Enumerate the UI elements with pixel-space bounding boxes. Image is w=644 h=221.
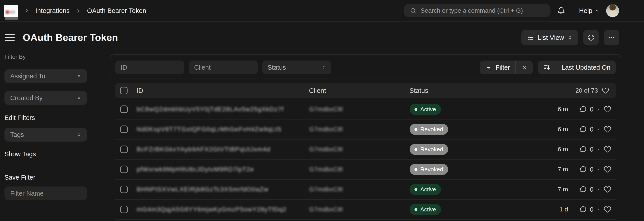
list-panel: Status Filter (110, 54, 621, 221)
more-actions-button[interactable] (604, 30, 619, 46)
up-down-carets-icon (77, 74, 81, 79)
search-input[interactable] (420, 7, 545, 14)
comment-icon[interactable] (579, 106, 587, 113)
comment-icon[interactable] (579, 146, 587, 153)
row-checkbox[interactable] (120, 186, 128, 193)
user-avatar[interactable] (606, 4, 619, 17)
notifications-button[interactable] (557, 7, 565, 15)
dot-separator (598, 129, 599, 130)
edit-filters-link[interactable]: Edit Filters (4, 114, 87, 122)
status-badge: Revoked (410, 144, 552, 155)
list-header-row: ID Client Status 20 of 73 (115, 83, 616, 98)
global-search[interactable] (404, 4, 550, 17)
row-id-link[interactable]: BHNPtSXVwLXEIRjb8GzTc3XSmrfdO0aZw (137, 186, 309, 193)
status-label: Active (420, 186, 436, 193)
comment-icon[interactable] (579, 126, 587, 133)
heart-icon[interactable] (604, 186, 611, 193)
id-filter-input[interactable] (115, 60, 184, 74)
status-badge: Revoked (410, 164, 552, 175)
refresh-button[interactable] (583, 30, 599, 46)
column-header-id: ID (136, 87, 309, 94)
row-checkbox[interactable] (120, 206, 128, 213)
select-all-checkbox[interactable] (120, 87, 128, 94)
row-client: G7mdbxC8l (309, 186, 410, 193)
up-down-carets-icon (568, 35, 572, 40)
heart-icon[interactable] (604, 126, 611, 133)
row-id-link[interactable]: Nd0KxpV8T7TGxtQFG0qLrMhGeFvH4Zw9qLtS (137, 126, 309, 133)
page-title: OAuth Bearer Token (23, 32, 118, 43)
row-checkbox[interactable] (120, 166, 128, 173)
last-updated-time: 6 m (552, 106, 568, 113)
filter-button[interactable]: Filter (480, 60, 515, 74)
status-badge: Active (410, 104, 552, 115)
last-updated-time: 7 m (552, 186, 568, 193)
status-label: Active (420, 206, 436, 213)
last-updated-time: 7 m (552, 166, 568, 173)
client-filter-input[interactable] (189, 60, 258, 74)
filter-button-group: Filter (480, 60, 532, 74)
comment-icon[interactable] (579, 166, 587, 173)
created-by-dropdown[interactable]: Created By (4, 91, 87, 105)
breadcrumb-integrations[interactable]: Integrations (36, 7, 70, 14)
tags-dropdown[interactable]: Tags (4, 128, 87, 142)
comment-icon[interactable] (579, 186, 587, 193)
clear-filter-button[interactable] (516, 60, 533, 74)
status-dot-icon (414, 168, 418, 171)
sort-field-button[interactable]: Last Updated On (556, 60, 616, 74)
sort-button-group: Last Updated On (538, 60, 616, 74)
heart-icon[interactable] (604, 166, 611, 173)
comment-icon[interactable] (579, 206, 587, 213)
ellipsis-icon (608, 34, 615, 42)
table-row[interactable]: BcFZrBKGkxYAyb9AFX2GtVTtBPqUtJxm4d G7mdb… (115, 140, 616, 160)
row-id-link[interactable]: pfWxrwk9MpH9U8cJDytvM9RD7lpT2e (137, 166, 309, 173)
table-row[interactable]: bC8wQ2dmkhbUyV5Y0jTdE28LAv5w25gXkDz7f G7… (115, 100, 616, 120)
tags-label: Tags (10, 131, 24, 138)
table-row[interactable]: BHNPtSXVwLXEIRjb8GzTc3XSmrfdO0aZw G7mdbx… (115, 180, 616, 200)
logo-base (5, 17, 18, 20)
chevron-right-icon (76, 8, 81, 14)
row-checkbox[interactable] (120, 106, 128, 113)
row-id-link[interactable]: BcFZrBKGkxYAyb9AFX2GtVTtBPqUtJxm4d (137, 146, 309, 153)
row-checkbox[interactable] (120, 126, 128, 133)
dot-separator (598, 209, 599, 210)
status-dot-icon (414, 208, 418, 211)
heart-icon[interactable] (602, 87, 609, 94)
sort-field-label: Last Updated On (562, 64, 610, 71)
dot-separator (598, 189, 599, 190)
table-row[interactable]: mG4m3QqjA5G8YY6mjwKyGmzP5owY28yTfDq2 G7m… (115, 200, 616, 220)
column-header-status: Status (409, 87, 576, 94)
status-dot-icon (414, 108, 418, 111)
status-filter-select[interactable]: Status (262, 60, 331, 74)
logo-mark-blurred (6, 10, 15, 14)
list-rows: bC8wQ2dmkhbUyV5Y0jTdE28LAv5w25gXkDz7f G7… (110, 100, 621, 220)
sort-direction-button[interactable] (538, 60, 556, 74)
status-badge: Active (410, 204, 552, 215)
row-id-link[interactable]: bC8wQ2dmkhbUyV5Y0jTdE28LAv5w25gXkDz7f (137, 106, 309, 113)
status-dot-icon (414, 148, 418, 151)
last-updated-time: 1 d (552, 206, 568, 213)
sort-descending-icon (544, 64, 550, 71)
heart-icon[interactable] (604, 206, 611, 213)
dot-separator (598, 149, 599, 150)
heart-icon[interactable] (604, 106, 611, 113)
view-switcher-button[interactable]: List View (521, 30, 578, 46)
show-tags-link[interactable]: Show Tags (4, 150, 87, 158)
table-row[interactable]: pfWxrwk9MpH9U8cJDytvM9RD7lpT2e G7mdbxC8l… (115, 160, 616, 180)
table-row[interactable]: Nd0KxpV8T7TGxtQFG0qLrMhGeFvH4Zw9qLtS G7m… (115, 120, 616, 140)
filter-name-input[interactable] (4, 186, 87, 200)
app-logo[interactable] (4, 2, 18, 19)
up-down-carets-icon (322, 65, 326, 70)
breadcrumb-oauth-bearer-token[interactable]: OAuth Bearer Token (87, 7, 146, 14)
heart-icon[interactable] (604, 146, 611, 153)
navbar: Integrations OAuth Bearer Token Help (0, 0, 644, 22)
sidebar-toggle-button[interactable] (5, 34, 15, 41)
assigned-to-label: Assigned To (10, 72, 45, 80)
row-meta: 7 m 0 (552, 186, 612, 193)
breadcrumb: Integrations OAuth Bearer Token (4, 2, 146, 19)
help-menu[interactable]: Help (579, 7, 600, 14)
last-updated-time: 6 m (552, 126, 568, 133)
row-checkbox[interactable] (120, 146, 128, 153)
row-id-link[interactable]: mG4m3QqjA5G8YY6mjwKyGmzP5owY28yTfDq2 (137, 206, 309, 213)
assigned-to-dropdown[interactable]: Assigned To (4, 69, 87, 83)
list-icon (527, 34, 534, 41)
